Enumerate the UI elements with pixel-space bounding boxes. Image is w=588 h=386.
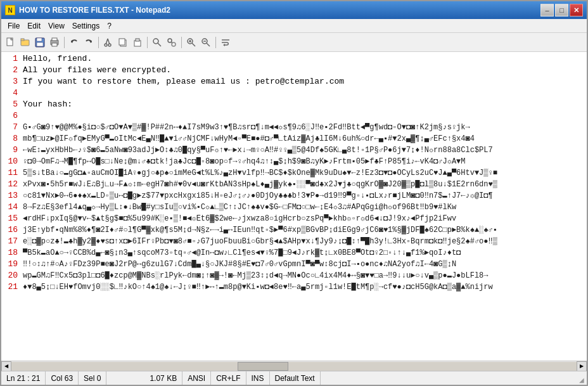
- menu-help[interactable]: ?: [103, 20, 115, 32]
- menu-settings[interactable]: Settings: [68, 20, 103, 32]
- scroll-track-h[interactable]: [11, 362, 577, 371]
- line-number: 9: [6, 145, 18, 156]
- line-number: 4: [6, 87, 18, 99]
- svg-line-31: [207, 43, 210, 46]
- new-button[interactable]: [4, 35, 18, 49]
- line-number: 21: [6, 281, 18, 293]
- separator-5: [215, 37, 216, 48]
- hash-line: ‼!○↕♫↑#○A♪♀FDz39P■e◙J2rP@↔g6zulG7↓Cdm█▄↓…: [23, 259, 584, 270]
- horizontal-scrollbar[interactable]: ◀ ▶: [1, 361, 587, 371]
- main-window: N HOW TO RESTORE FILES.TXT - Notepad2 – …: [0, 0, 588, 386]
- find-button[interactable]: [150, 35, 164, 49]
- close-button[interactable]: ✕: [570, 4, 583, 16]
- status-line-ending: CR+LF: [211, 371, 246, 385]
- line-numbers: 123456789101112131415161718192021: [1, 52, 20, 361]
- resize-grip[interactable]: ◢: [574, 373, 584, 383]
- editor-area[interactable]: 123456789101112131415161718192021 Hello,…: [1, 52, 587, 361]
- editor-content[interactable]: Hello, friend.All your files were encryp…: [20, 52, 587, 361]
- scroll-thumb-h[interactable]: [238, 362, 288, 371]
- replace-button[interactable]: [165, 35, 179, 49]
- status-bar: Ln 21 : 21 Col 63 Sel 0 1.07 KB ANSI CR+…: [1, 371, 587, 385]
- hash-line: 5▒s↓tBa↓○▬gG◘▲▫auCmOI█1A♀●gj○♣p♠○imMeG◄t…: [23, 167, 584, 179]
- copy-button[interactable]: [116, 35, 130, 49]
- menu-file[interactable]: File: [4, 20, 23, 32]
- status-style: Default Text: [270, 371, 321, 385]
- maximize-button[interactable]: □: [555, 4, 568, 16]
- line-number: 18: [6, 247, 18, 259]
- app-icon: N: [5, 5, 15, 15]
- window-title: HOW TO RESTORE FILES.TXT - Notepad2: [19, 6, 170, 15]
- status-sel: Sel 0: [79, 371, 106, 385]
- hash-line: 8→Fz♫E§3efl4▲q▄☼→Hy▒L↕●↓Bw█#y□sIu▒○vi%▪C…: [23, 202, 584, 213]
- hash-line: ♀◘0→OmF♫→M█¶fp↔O█s□↓Ne↨@m↓♂♣◘tk!ja♣Jc◘█▫…: [23, 156, 584, 167]
- open-button[interactable]: [18, 35, 32, 49]
- hash-line: ○c81▼Nx►0↔6●♦♠x▬LD▫▒u↔◘█g►z$77▼pxcHxgxi8…: [23, 190, 584, 202]
- svg-line-15: [106, 39, 108, 44]
- text-line: All your files were encrypted.: [23, 65, 584, 76]
- line-number: 11: [6, 167, 18, 179]
- empty-line: [23, 110, 584, 122]
- text-line: Your hash:: [23, 99, 584, 110]
- status-ins-mode: INS: [246, 371, 270, 385]
- status-size: 1.07 KB: [144, 371, 182, 385]
- cut-button[interactable]: [101, 35, 115, 49]
- redo-button[interactable]: [82, 35, 96, 49]
- toolbar: [1, 33, 587, 52]
- svg-rect-4: [21, 39, 24, 41]
- line-number: 10: [6, 156, 18, 167]
- separator-2: [98, 37, 99, 48]
- print-button[interactable]: [48, 35, 61, 49]
- line-number: 20: [6, 270, 18, 281]
- line-number: 5: [6, 99, 18, 110]
- line-number: 19: [6, 259, 18, 270]
- undo-button[interactable]: [67, 35, 81, 49]
- hash-line: e░◘▓p○z♣!▬♣h▓y2▓♦♥s◘↑x◘►6IFr♀Pb◘▼◙8♂■▫♪G…: [23, 236, 584, 247]
- separator-3: [147, 37, 148, 48]
- hash-line: j3E↑ybf▪qNm%8%♦¶◙2I♦♂#○l¶G▀▓xk@¶s5M↨d→N§…: [23, 224, 584, 236]
- minimize-button[interactable]: –: [540, 4, 554, 16]
- separator-4: [181, 37, 182, 48]
- svg-line-27: [192, 43, 195, 46]
- wordwrap-button[interactable]: [219, 35, 233, 49]
- menu-view[interactable]: View: [44, 20, 68, 32]
- svg-line-25: [171, 42, 172, 43]
- line-number: 8: [6, 133, 18, 145]
- empty-line: [23, 87, 584, 99]
- paste-button[interactable]: [131, 35, 144, 49]
- svg-line-22: [158, 43, 161, 46]
- hash-line: wp▬GM♫F‼Cx5◘3pl□◘6█♦zcp@M▓NBs░rlPyk←dm◙↨…: [23, 270, 584, 281]
- zoom-out-button[interactable]: [199, 35, 213, 49]
- line-number: 16: [6, 224, 18, 236]
- text-line: Hello, friend.: [23, 53, 584, 65]
- hash-line: ♦▼8▄5↨□↓EH♥fOmvj0░░$∟‼♪kO○↑4♠1@♠↓←J↨♀■‼↑…: [23, 281, 584, 293]
- line-number: 12: [6, 179, 18, 190]
- svg-rect-6: [37, 38, 42, 41]
- svg-marker-36: [223, 44, 225, 46]
- svg-rect-18: [119, 39, 125, 45]
- hash-line: mb¶□uz►@IF☼fq►EMyG▀▬oItMc◄E▄N‼█▲▼i♂♂NjCM…: [23, 133, 584, 145]
- scroll-right-button[interactable]: ▶: [577, 361, 587, 371]
- separator-1: [64, 37, 65, 48]
- text-line: If you want to restore them, please emai…: [23, 76, 584, 87]
- line-number: 7: [6, 122, 18, 133]
- svg-line-16: [108, 39, 110, 44]
- scroll-left-button[interactable]: ◀: [1, 361, 11, 371]
- title-bar-left: N HOW TO RESTORE FILES.TXT - Notepad2: [5, 5, 170, 15]
- zoom-in-button[interactable]: [184, 35, 198, 49]
- svg-rect-10: [52, 43, 57, 46]
- menu-bar: File Edit View Settings ?: [1, 19, 587, 33]
- line-number: 14: [6, 202, 18, 213]
- hash-line: xPvx◙▪5h5r■wJ↓E♫Bj∟u→F▲☼↕m←egH7◙h#♥0v◄u◙…: [23, 179, 584, 190]
- svg-rect-9: [52, 38, 57, 41]
- line-number: 13: [6, 190, 18, 202]
- menu-edit[interactable]: Edit: [23, 20, 44, 32]
- svg-rect-7: [37, 42, 43, 46]
- svg-rect-20: [136, 39, 139, 41]
- status-encoding: ANSI: [182, 371, 211, 385]
- hash-line: ▀B5k▬aO▲○→♀CCB%d▄←◙§↨n3▄↑sqcoM73▫tq▫♂◄@I…: [23, 247, 584, 259]
- svg-point-21: [153, 39, 158, 44]
- title-buttons: – □ ✕: [540, 4, 583, 16]
- line-number: 17: [6, 236, 18, 247]
- hash-line: ◄rdHF↓pxIq§@▼v←$▲t§g$■◘%5u99#K░e▪▒!■◄☼Et…: [23, 213, 584, 224]
- save-button[interactable]: [33, 35, 47, 49]
